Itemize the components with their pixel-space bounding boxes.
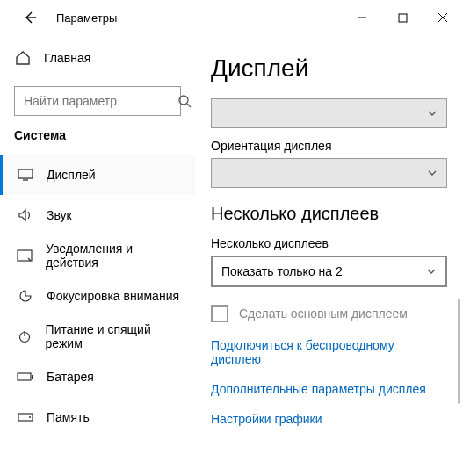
notifications-icon: [17, 249, 33, 262]
sidebar-item-label: Питание и спящий режим: [46, 322, 181, 350]
focus-icon: [17, 289, 34, 303]
scrollbar[interactable]: [456, 299, 461, 476]
arrow-left-icon: [23, 11, 37, 25]
link-advanced-display[interactable]: Дополнительные параметры дисплея: [211, 382, 447, 396]
sidebar-section-header: Система: [0, 128, 195, 155]
sidebar-item-label: Фокусировка внимания: [47, 289, 179, 303]
search-input[interactable]: [24, 94, 177, 108]
primary-display-checkbox: Сделать основным дисплеем: [211, 305, 447, 322]
close-icon: [438, 12, 448, 23]
sidebar-home-label: Главная: [44, 51, 90, 65]
window-controls: [342, 0, 463, 35]
power-icon: [17, 329, 33, 343]
link-wireless-display[interactable]: Подключиться к беспроводному дисплею: [211, 338, 447, 366]
multi-label: Несколько дисплеев: [211, 236, 447, 250]
chevron-down-icon: [426, 266, 437, 277]
svg-rect-5: [18, 373, 31, 380]
settings-window: Параметры Главная: [0, 0, 463, 476]
svg-rect-0: [399, 14, 407, 22]
sidebar-item-sound[interactable]: Звук: [0, 195, 195, 235]
sidebar-item-notifications[interactable]: Уведомления и действия: [0, 235, 195, 276]
checkbox-label: Сделать основным дисплеем: [239, 307, 408, 321]
content-pane: Дисплей Ориентация дисплея Несколько дис…: [195, 35, 463, 476]
maximize-button[interactable]: [382, 0, 423, 35]
sidebar-item-label: Звук: [47, 208, 72, 222]
chevron-down-icon: [427, 168, 438, 178]
search-icon: [177, 94, 192, 108]
svg-point-1: [179, 96, 188, 105]
sidebar-item-storage[interactable]: Память: [0, 397, 195, 437]
link-graphics-settings[interactable]: Настройки графики: [211, 412, 447, 426]
window-body: Главная Система Дисплей Звук: [0, 35, 463, 476]
dropdown-value: Показать только на 2: [221, 264, 426, 278]
sidebar-item-battery[interactable]: Батарея: [0, 357, 195, 397]
dropdown-generic-1[interactable]: [211, 98, 447, 128]
sidebar-item-display[interactable]: Дисплей: [0, 155, 195, 195]
svg-rect-2: [18, 169, 33, 178]
minimize-button[interactable]: [342, 0, 382, 35]
sidebar-home[interactable]: Главная: [0, 40, 195, 76]
sidebar-nav: Дисплей Звук Уведомления и действия Фоку…: [0, 155, 195, 437]
home-icon: [14, 50, 32, 66]
display-icon: [17, 169, 34, 181]
multi-heading: Несколько дисплеев: [211, 204, 447, 224]
storage-icon: [17, 413, 34, 422]
svg-point-8: [29, 416, 31, 418]
close-button[interactable]: [423, 0, 463, 35]
sidebar-item-label: Батарея: [47, 370, 94, 384]
maximize-icon: [398, 13, 408, 23]
dropdown-multi-display[interactable]: Показать только на 2: [211, 256, 447, 287]
search-input-wrap[interactable]: [14, 86, 181, 116]
checkbox-box[interactable]: [211, 305, 228, 322]
chevron-down-icon: [427, 108, 438, 119]
back-button[interactable]: [14, 2, 46, 33]
sidebar-item-label: Уведомления и действия: [46, 242, 181, 270]
sidebar-item-power[interactable]: Питание и спящий режим: [0, 316, 195, 357]
minimize-icon: [357, 12, 367, 23]
scrollbar-thumb[interactable]: [458, 299, 460, 404]
sidebar-item-focus[interactable]: Фокусировка внимания: [0, 276, 195, 316]
page-heading: Дисплей: [211, 54, 447, 83]
titlebar: Параметры: [0, 0, 463, 35]
dropdown-orientation[interactable]: [211, 158, 447, 188]
battery-icon: [17, 371, 34, 382]
sidebar-item-label: Память: [47, 410, 90, 424]
svg-rect-6: [32, 375, 33, 379]
sidebar-item-label: Дисплей: [47, 168, 96, 182]
sound-icon: [17, 208, 34, 222]
window-title: Параметры: [56, 11, 117, 25]
orientation-label: Ориентация дисплея: [211, 139, 447, 153]
sidebar: Главная Система Дисплей Звук: [0, 35, 195, 476]
